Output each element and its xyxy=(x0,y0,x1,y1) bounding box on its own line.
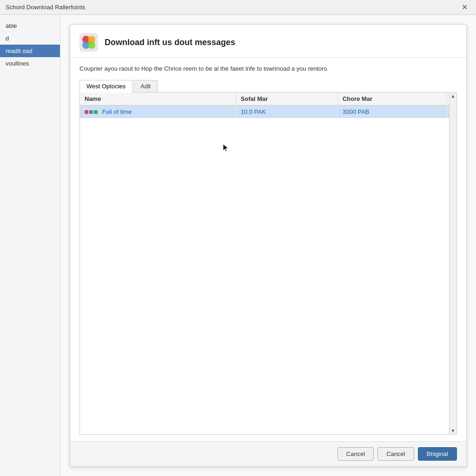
cell-sofal-mar: 10.0 PAK xyxy=(236,105,337,118)
svg-rect-0 xyxy=(79,33,98,52)
cell-name: Full of time xyxy=(80,105,236,118)
row-name-label: Full of time xyxy=(102,108,132,115)
col-name: Name xyxy=(80,93,236,106)
svg-point-4 xyxy=(88,41,95,49)
cell-chore-mar: 3000 PAB xyxy=(337,105,447,118)
close-button[interactable]: ✕ xyxy=(459,3,470,12)
dialog-header: Download inft us dout messages xyxy=(70,25,466,58)
icon-dot-blue xyxy=(89,110,93,114)
sidebar-item-able[interactable]: able xyxy=(0,20,60,32)
dialog-description: Couprier ayou raout to Hop the Chrice re… xyxy=(79,64,457,73)
tab-west-optocies[interactable]: West Optocies xyxy=(79,80,132,93)
scrollbar[interactable]: ▲ ▼ xyxy=(449,93,456,435)
table-header-row: Name Sofal Mar Chore Mar xyxy=(80,93,456,106)
dialog: Download inft us dout messages Couprier … xyxy=(70,24,467,467)
tab-adil[interactable]: Adil xyxy=(133,80,158,92)
cancel-button-2[interactable]: Cancel xyxy=(377,447,414,461)
sidebar-item-readit-oad[interactable]: readit oad xyxy=(0,45,60,57)
main-layout: able d readit oad voullines Download in xyxy=(0,15,476,476)
scroll-up-button[interactable]: ▲ xyxy=(451,93,456,99)
col-sofal-mar: Sofal Mar xyxy=(236,93,337,106)
app-icon xyxy=(79,33,98,52)
tabs: West Optocies Adil xyxy=(79,80,457,93)
data-table: Name Sofal Mar Chore Mar xyxy=(80,93,456,118)
table-row[interactable]: Full of time 10.0 PAK 3000 PAB xyxy=(80,105,456,118)
cancel-button-1[interactable]: Cancel xyxy=(337,447,374,461)
sidebar: able d readit oad voullines xyxy=(0,15,60,476)
sidebar-item-d[interactable]: d xyxy=(0,32,60,45)
col-chore-mar: Chore Mar xyxy=(337,93,447,106)
dialog-footer: Cancel Cancel Bhiginal xyxy=(70,441,466,466)
table-container: Name Sofal Mar Chore Mar xyxy=(79,93,457,435)
window-title: Schord Download Rallerfoints xyxy=(6,4,85,11)
icon-dot-red xyxy=(85,110,88,114)
icon-dot-green xyxy=(94,110,98,114)
row-icon xyxy=(85,110,98,114)
dialog-body: Couprier ayou raout to Hop the Chrice re… xyxy=(70,58,466,441)
title-bar: Schord Download Rallerfoints ✕ xyxy=(0,0,476,15)
content-area: Download inft us dout messages Couprier … xyxy=(60,15,476,476)
confirm-button[interactable]: Bhiginal xyxy=(418,447,457,461)
sidebar-item-voullines[interactable]: voullines xyxy=(0,57,60,70)
dialog-title: Download inft us dout messages xyxy=(105,38,235,47)
scroll-down-button[interactable]: ▼ xyxy=(451,428,456,433)
